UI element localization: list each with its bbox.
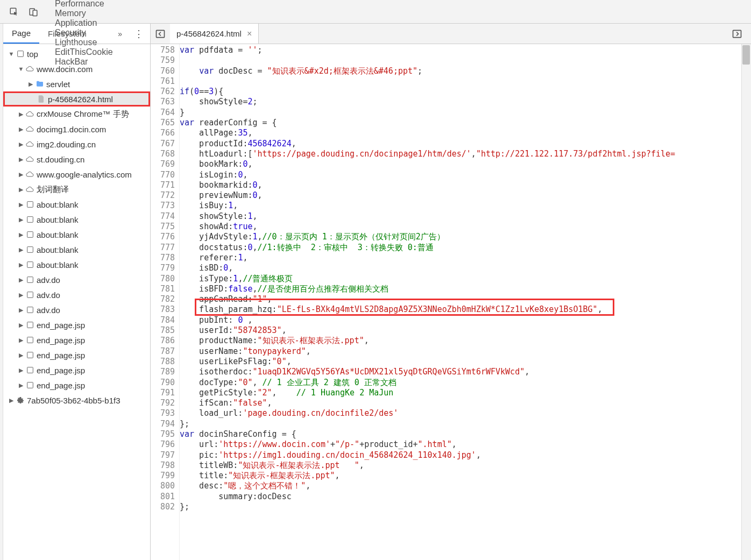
code-line[interactable]: docType:"0", // 1 企业工具 2 建筑 0 正常文档 bbox=[180, 378, 751, 388]
chevron-icon[interactable]: ▶ bbox=[17, 126, 25, 133]
code-line[interactable]: isLogin:0, bbox=[180, 170, 751, 180]
chevron-icon[interactable]: ▼ bbox=[8, 51, 15, 57]
chevron-icon[interactable]: ▶ bbox=[17, 337, 25, 344]
code-line[interactable]: isBuy:1, bbox=[180, 201, 751, 211]
tree-item[interactable]: ▶adv.do bbox=[3, 287, 150, 302]
code-line[interactable]: userLikePsFlag:"0", bbox=[180, 357, 751, 367]
code-line[interactable]: userId:"58742853", bbox=[180, 325, 751, 336]
code-line[interactable]: isBFD:false,//是否使用百分点推荐右侧相关文档 bbox=[180, 284, 751, 294]
chevron-icon[interactable]: ▶ bbox=[17, 261, 25, 268]
code-line[interactable]: var pdfdata = ''; bbox=[180, 45, 751, 55]
close-icon[interactable]: × bbox=[247, 29, 252, 39]
code-line[interactable]: flash_param_hzq:"LE-fLs-BXk4g4mtVLS2D8ap… bbox=[180, 304, 751, 315]
tree-item[interactable]: ▶end_page.jsp bbox=[3, 317, 150, 332]
code-line[interactable]: htLoadurl:['https://page.douding.cn/doci… bbox=[180, 149, 751, 159]
chevron-icon[interactable]: ▶ bbox=[17, 352, 25, 359]
code-editor[interactable]: 7587597607617627637647657667677687697707… bbox=[151, 44, 751, 560]
code-line[interactable]: bookmarkid:0, bbox=[180, 180, 751, 190]
code-line[interactable]: productId:456842624, bbox=[180, 139, 751, 149]
code-line[interactable]: docstatus:0,//1:转换中 2：审核中 3：转换失败 0:普通 bbox=[180, 243, 751, 253]
code-line[interactable]: appCanRead:"1", bbox=[180, 294, 751, 304]
sidebar-tab-filesystem[interactable]: Filesystem bbox=[39, 24, 95, 44]
code-line[interactable]: var readerConfig = { bbox=[180, 118, 751, 128]
code-line[interactable]: }; bbox=[180, 502, 751, 512]
code-line[interactable]: showStyle:1, bbox=[180, 211, 751, 222]
tree-item[interactable]: ▶end_page.jsp bbox=[3, 363, 150, 378]
code-line[interactable]: ifScan:"false", bbox=[180, 398, 751, 408]
code-line[interactable]: pubInt: 0 , bbox=[180, 315, 751, 325]
code-line[interactable]: desc:"嗯，这个文档不错！", bbox=[180, 481, 751, 491]
tree-item[interactable]: ▶adv.do bbox=[3, 302, 150, 317]
code-line[interactable]: var docinShareConfig = { bbox=[180, 429, 751, 440]
tree-item[interactable]: ▶img2.douding.cn bbox=[3, 137, 150, 152]
chevron-icon[interactable]: ▶ bbox=[17, 171, 25, 178]
tree-item[interactable]: ▶end_page.jsp bbox=[3, 348, 150, 363]
file-tab[interactable]: p-456842624.html × bbox=[170, 24, 259, 44]
code-line[interactable]: url:'https://www.docin.com'+"/p-"+produc… bbox=[180, 440, 751, 450]
chevron-icon[interactable]: ▼ bbox=[17, 66, 25, 72]
code-line[interactable]: showStyle=2; bbox=[180, 97, 751, 107]
file-tree[interactable]: ▼top▼www.docin.com▶servletp-456842624.ht… bbox=[3, 44, 150, 560]
tree-item[interactable]: ▶end_page.jsp bbox=[3, 332, 150, 348]
code-line[interactable]: isBD:0, bbox=[180, 263, 751, 273]
chevron-icon[interactable]: ▶ bbox=[17, 231, 25, 238]
tree-item[interactable]: ▶7ab50f05-3b62-4bb5-b1f3 bbox=[3, 393, 150, 408]
code-line[interactable]: bookMark:0, bbox=[180, 159, 751, 169]
editor-nav-back-icon[interactable] bbox=[153, 26, 168, 41]
tree-item[interactable]: ▶about:blank bbox=[3, 212, 150, 227]
tree-item[interactable]: ▼www.docin.com bbox=[3, 61, 150, 76]
tree-item[interactable]: ▶crxMouse Chrome™ 手势 bbox=[3, 107, 150, 122]
chevron-icon[interactable]: ▶ bbox=[17, 156, 25, 163]
code-line[interactable]: pic:'https://img1.douding.cn/docin_45684… bbox=[180, 450, 751, 460]
tree-item[interactable]: ▶end_page.jsp bbox=[3, 378, 150, 393]
code-line[interactable]: var docDesc = "知识表示&#x2d;框架表示法&#46;ppt"; bbox=[180, 66, 751, 76]
code-line[interactable]: getPicStyle:"2", // 1 HuangKe 2 MaJun bbox=[180, 388, 751, 398]
code-line[interactable]: } bbox=[180, 108, 751, 118]
tree-item[interactable]: ▶about:blank bbox=[3, 257, 150, 272]
chevron-icon[interactable]: ▶ bbox=[27, 81, 34, 88]
chevron-icon[interactable]: ▶ bbox=[17, 322, 25, 329]
inspect-element-icon[interactable] bbox=[6, 4, 22, 19]
chevron-icon[interactable]: ▶ bbox=[8, 397, 15, 404]
code-line[interactable]: referer:1, bbox=[180, 253, 751, 263]
chevron-icon[interactable]: ▶ bbox=[17, 277, 25, 283]
code-line[interactable] bbox=[180, 55, 751, 66]
code-line[interactable]: previewNum:0, bbox=[180, 190, 751, 201]
code-line[interactable]: titleWB:"知识表示-框架表示法.ppt ", bbox=[180, 460, 751, 471]
tab-performance[interactable]: Performance bbox=[45, 0, 123, 9]
chevron-icon[interactable]: ▶ bbox=[17, 382, 25, 389]
tree-item[interactable]: p-456842624.html bbox=[3, 91, 150, 107]
code-line[interactable]: isotherdoc:"1uaqD1K2WGVq5Y56YAs*UcDMX21x… bbox=[180, 367, 751, 377]
chevron-icon[interactable]: ▶ bbox=[17, 246, 25, 253]
editor-nav-forward-icon[interactable] bbox=[729, 26, 745, 41]
code-line[interactable]: isType:1,//普通终极页 bbox=[180, 274, 751, 284]
tree-item[interactable]: ▶docimg1.docin.com bbox=[3, 122, 150, 137]
chevron-icon[interactable]: ▶ bbox=[17, 186, 25, 193]
scrollbar-thumb[interactable] bbox=[742, 45, 750, 65]
code-line[interactable]: summary:docDesc bbox=[180, 492, 751, 502]
tree-item[interactable]: ▶adv.do bbox=[3, 272, 150, 287]
tree-item[interactable]: ▶about:blank bbox=[3, 197, 150, 212]
sidebar-tabs-more-icon[interactable]: » bbox=[112, 30, 127, 38]
tree-item[interactable]: ▶划词翻译 bbox=[3, 182, 150, 197]
tree-item[interactable]: ▼top bbox=[3, 46, 150, 61]
tree-item[interactable]: ▶servlet bbox=[3, 76, 150, 91]
code-line[interactable]: showAd:true, bbox=[180, 222, 751, 232]
chevron-icon[interactable]: ▶ bbox=[17, 216, 25, 223]
code-content[interactable]: var pdfdata = ''; var docDesc = "知识表示&#x… bbox=[180, 44, 751, 560]
code-line[interactable] bbox=[180, 76, 751, 87]
tree-item[interactable]: ▶about:blank bbox=[3, 242, 150, 257]
sidebar-tab-page[interactable]: Page bbox=[3, 24, 39, 44]
code-line[interactable]: allPage:35, bbox=[180, 128, 751, 138]
chevron-icon[interactable]: ▶ bbox=[17, 292, 25, 299]
toggle-device-icon[interactable] bbox=[26, 4, 41, 19]
code-line[interactable]: yjAdvStyle:1,//0：显示页内 1：显示页外（仅针对页间2广告） bbox=[180, 232, 751, 242]
code-line[interactable]: productName:"知识表示-框架表示法.ppt", bbox=[180, 336, 751, 346]
chevron-icon[interactable]: ▶ bbox=[17, 141, 25, 148]
code-line[interactable]: userName:"tonypaykerd", bbox=[180, 346, 751, 357]
chevron-icon[interactable]: ▶ bbox=[17, 201, 25, 208]
chevron-icon[interactable]: ▶ bbox=[17, 111, 25, 118]
tree-item[interactable]: ▶about:blank bbox=[3, 227, 150, 242]
code-line[interactable]: if(0==3){ bbox=[180, 87, 751, 97]
vertical-scrollbar[interactable] bbox=[741, 44, 751, 560]
